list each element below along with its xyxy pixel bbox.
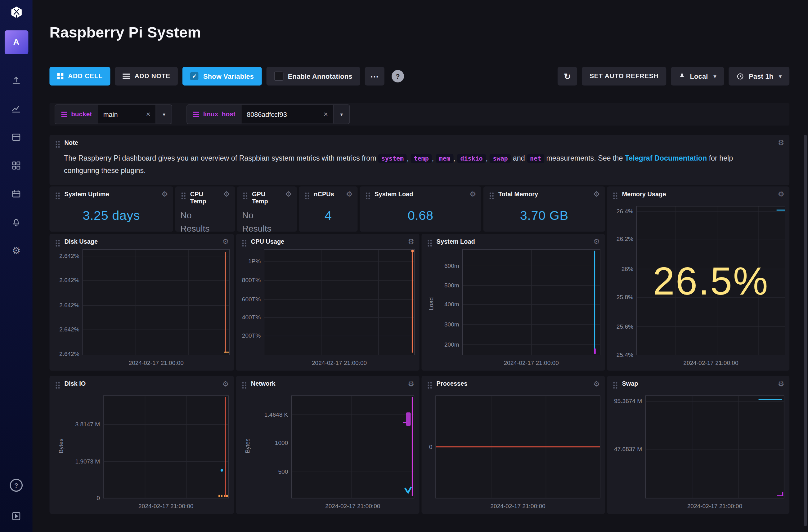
drag-handle-icon[interactable] [366, 192, 367, 194]
gear-icon[interactable]: ⚙ [470, 190, 476, 197]
timezone-dropdown[interactable]: Local ▾ [671, 67, 724, 86]
chevron-down-icon: ▾ [341, 112, 343, 117]
cell-swap: Swap⚙ 95.3674 M 47.6837 M 2024-02-17 21:… [607, 376, 789, 514]
gear-icon[interactable]: ⚙ [222, 380, 229, 387]
toolbar-help-icon[interactable]: ? [391, 70, 404, 82]
gear-icon[interactable]: ⚙ [346, 190, 352, 197]
show-variables-toggle[interactable]: ✓ Show Variables [183, 67, 261, 86]
telegraf-documentation-link[interactable]: Telegraf Documentation [625, 154, 707, 163]
variable-bucket-select[interactable]: main ✕ [98, 105, 156, 124]
time-range-dropdown[interactable]: Past 1h ▾ [729, 67, 789, 86]
system-load-plot[interactable]: 600m 500m 400m 300m 200m 2024-02-17 21:0… [462, 249, 601, 355]
y-tick: 1P% [248, 258, 261, 264]
sidebar-bottom: ? [10, 479, 23, 532]
y-tick: 600m [444, 262, 459, 268]
disk-io-plot[interactable]: 3.8147 M 1.9073 M 0 2024-02-17 21:00:00 [103, 395, 229, 498]
avatar[interactable]: A [4, 31, 28, 54]
add-note-button[interactable]: ADD NOTE [115, 67, 178, 86]
variable-bucket: bucket main ✕ ▾ [55, 104, 172, 124]
refresh-button[interactable]: ↻ [557, 67, 577, 86]
scrollbar[interactable] [804, 135, 807, 526]
cell-system-uptime: System Uptime⚙ 3.25 days [49, 186, 173, 232]
measurement-chip: mem [436, 154, 453, 164]
close-icon[interactable]: ✕ [323, 111, 328, 118]
no-results-text: No Results [180, 209, 216, 235]
network-plot[interactable]: 1.4648 K 1000 500 2024-02-17 21:00:00 [291, 395, 414, 498]
series-line [412, 251, 413, 353]
tasks-icon[interactable] [11, 188, 22, 200]
variable-linux-host-dropdown-button[interactable]: ▾ [333, 105, 349, 124]
drag-handle-icon[interactable] [56, 141, 57, 142]
drag-handle-icon[interactable] [242, 382, 244, 383]
drag-handle-icon[interactable] [427, 240, 429, 242]
help-icon[interactable]: ? [10, 479, 23, 492]
cell-cpu-usage: CPU Usage⚙ 1P% 800T% 600T% 400T% 200T% 2… [236, 234, 420, 371]
data-explorer-icon[interactable] [11, 103, 22, 114]
chevron-down-icon: ▾ [779, 74, 782, 79]
drag-handle-icon[interactable] [56, 192, 57, 194]
close-icon[interactable]: ✕ [146, 111, 150, 118]
y-tick: 0 [429, 444, 433, 450]
measurement-chip: swap [490, 154, 511, 164]
upload-icon[interactable] [11, 75, 22, 86]
drag-handle-icon[interactable] [56, 382, 57, 383]
checkbox-unchecked-icon [274, 72, 283, 81]
gear-icon[interactable]: ⚙ [222, 238, 229, 245]
drag-handle-icon[interactable] [242, 240, 244, 242]
variable-lines-icon [193, 112, 199, 113]
settings-gear-icon[interactable]: ⚙ [11, 245, 22, 256]
gear-icon[interactable]: ⚙ [778, 190, 785, 197]
set-auto-refresh-button[interactable]: SET AUTO REFRESH [582, 67, 666, 86]
more-options-button[interactable]: ⋯ [365, 67, 384, 86]
drag-handle-icon[interactable] [427, 382, 429, 383]
guides-icon[interactable] [11, 510, 22, 522]
cell-ncpus: nCPUs⚙ 4 [299, 186, 357, 232]
gear-icon[interactable]: ⚙ [408, 380, 414, 387]
series-line [225, 252, 225, 353]
cell-system-load-graph: System Load⚙ Load 600m 500m 400m 300m 20… [421, 234, 605, 371]
sidebar: A ⚙ ? [0, 0, 33, 532]
drag-handle-icon[interactable] [613, 382, 615, 383]
gear-icon[interactable]: ⚙ [593, 190, 600, 197]
processes-plot[interactable]: 0 2024-02-17 21:00:00 [435, 395, 600, 498]
drag-handle-icon[interactable] [243, 192, 245, 194]
cell-system-load-stat: System Load⚙ 0.68 [360, 186, 481, 232]
cell-disk-usage: Disk Usage⚙ 2.642% 2.642% 2.642% 2.642% … [49, 234, 234, 371]
disk-usage-plot[interactable]: 2.642% 2.642% 2.642% 2.642% 2.642% 2024-… [82, 249, 230, 355]
series-line [224, 352, 229, 353]
alerts-bell-icon[interactable] [11, 216, 22, 228]
cpu-usage-plot[interactable]: 1P% 800T% 600T% 400T% 200T% 2024-02-17 2… [264, 249, 415, 355]
y-tick: 26% [622, 266, 633, 272]
influxdb-logo-icon[interactable] [10, 5, 23, 21]
enable-annotations-toggle[interactable]: Enable Annotations [266, 67, 360, 86]
drag-handle-icon[interactable] [56, 240, 57, 242]
y-tick: 26.4% [617, 208, 633, 214]
variable-bucket-dropdown-button[interactable]: ▾ [156, 105, 171, 124]
stat-value: 4 [325, 208, 332, 223]
series-line [436, 446, 600, 448]
gear-icon[interactable]: ⚙ [408, 238, 414, 245]
gear-icon[interactable]: ⚙ [162, 190, 168, 197]
drag-handle-icon[interactable] [305, 192, 307, 194]
y-tick: 2.642% [59, 350, 79, 357]
memory-usage-plot[interactable]: 26.4% 26.2% 26% 25.8% 25.6% 25.4% 26.5% … [637, 206, 785, 355]
x-axis-label: 2024-02-17 21:00:00 [490, 503, 545, 509]
add-cell-button[interactable]: ADD CELL [49, 67, 110, 86]
notebooks-icon[interactable] [11, 160, 22, 171]
gear-icon[interactable]: ⚙ [778, 139, 785, 146]
variable-linux-host-select[interactable]: 8086adfccf93 ✕ [242, 105, 334, 124]
drag-handle-icon[interactable] [490, 192, 491, 194]
gear-icon[interactable]: ⚙ [778, 380, 785, 387]
gear-icon[interactable]: ⚙ [223, 190, 230, 197]
cell-note: Note ⚙ The Raspberry Pi dashboard gives … [49, 135, 789, 185]
dashboards-icon[interactable] [11, 131, 22, 142]
drag-handle-icon[interactable] [613, 192, 615, 194]
series-line [594, 251, 595, 353]
gear-icon[interactable]: ⚙ [593, 380, 600, 387]
gear-icon[interactable]: ⚙ [593, 238, 600, 245]
gear-icon[interactable]: ⚙ [285, 190, 292, 197]
variable-lines-icon [61, 112, 67, 113]
series-line [412, 397, 413, 496]
swap-plot[interactable]: 95.3674 M 47.6837 M 2024-02-17 21:00:00 [645, 395, 784, 498]
drag-handle-icon[interactable] [182, 192, 183, 194]
